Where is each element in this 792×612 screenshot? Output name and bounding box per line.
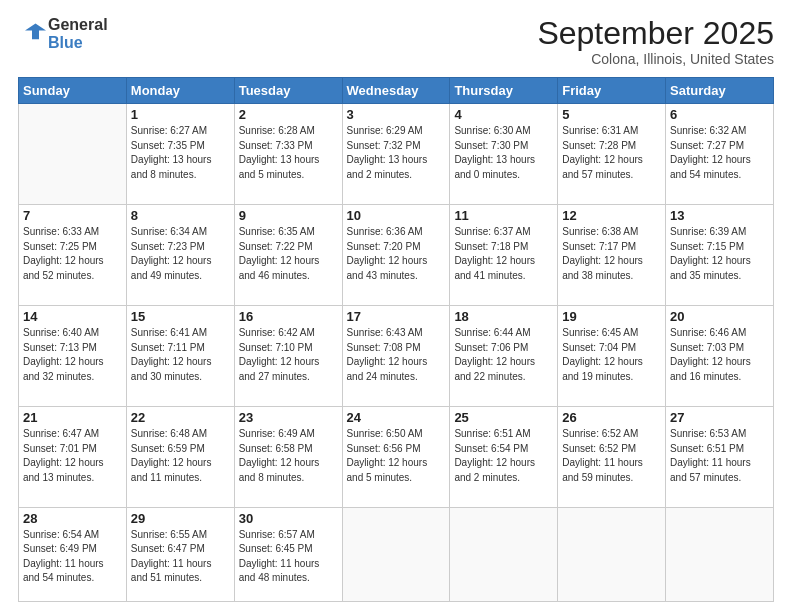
week-row-4: 21Sunrise: 6:47 AM Sunset: 7:01 PM Dayli…: [19, 407, 774, 508]
day-info: Sunrise: 6:51 AM Sunset: 6:54 PM Dayligh…: [454, 427, 553, 485]
logo-general: General: [48, 16, 108, 34]
calendar-cell: [450, 507, 558, 601]
day-number: 16: [239, 309, 338, 324]
calendar-cell: 1Sunrise: 6:27 AM Sunset: 7:35 PM Daylig…: [126, 104, 234, 205]
day-info: Sunrise: 6:52 AM Sunset: 6:52 PM Dayligh…: [562, 427, 661, 485]
weekday-header-monday: Monday: [126, 78, 234, 104]
calendar-cell: 5Sunrise: 6:31 AM Sunset: 7:28 PM Daylig…: [558, 104, 666, 205]
day-number: 19: [562, 309, 661, 324]
day-number: 22: [131, 410, 230, 425]
calendar-cell: 22Sunrise: 6:48 AM Sunset: 6:59 PM Dayli…: [126, 407, 234, 508]
weekday-header-saturday: Saturday: [666, 78, 774, 104]
day-number: 14: [23, 309, 122, 324]
calendar-cell: 23Sunrise: 6:49 AM Sunset: 6:58 PM Dayli…: [234, 407, 342, 508]
calendar-cell: 20Sunrise: 6:46 AM Sunset: 7:03 PM Dayli…: [666, 306, 774, 407]
day-number: 9: [239, 208, 338, 223]
calendar: SundayMondayTuesdayWednesdayThursdayFrid…: [18, 77, 774, 602]
calendar-cell: 26Sunrise: 6:52 AM Sunset: 6:52 PM Dayli…: [558, 407, 666, 508]
logo-icon: [18, 20, 46, 48]
calendar-cell: 8Sunrise: 6:34 AM Sunset: 7:23 PM Daylig…: [126, 205, 234, 306]
logo-text: General Blue: [48, 16, 108, 51]
day-info: Sunrise: 6:38 AM Sunset: 7:17 PM Dayligh…: [562, 225, 661, 283]
title-block: September 2025 Colona, Illinois, United …: [537, 16, 774, 67]
weekday-header-tuesday: Tuesday: [234, 78, 342, 104]
month-title: September 2025: [537, 16, 774, 51]
calendar-cell: 19Sunrise: 6:45 AM Sunset: 7:04 PM Dayli…: [558, 306, 666, 407]
day-number: 15: [131, 309, 230, 324]
day-info: Sunrise: 6:39 AM Sunset: 7:15 PM Dayligh…: [670, 225, 769, 283]
calendar-cell: [19, 104, 127, 205]
day-number: 27: [670, 410, 769, 425]
calendar-cell: 29Sunrise: 6:55 AM Sunset: 6:47 PM Dayli…: [126, 507, 234, 601]
calendar-cell: 12Sunrise: 6:38 AM Sunset: 7:17 PM Dayli…: [558, 205, 666, 306]
day-number: 7: [23, 208, 122, 223]
day-number: 5: [562, 107, 661, 122]
day-info: Sunrise: 6:48 AM Sunset: 6:59 PM Dayligh…: [131, 427, 230, 485]
calendar-cell: 11Sunrise: 6:37 AM Sunset: 7:18 PM Dayli…: [450, 205, 558, 306]
calendar-cell: 3Sunrise: 6:29 AM Sunset: 7:32 PM Daylig…: [342, 104, 450, 205]
day-info: Sunrise: 6:32 AM Sunset: 7:27 PM Dayligh…: [670, 124, 769, 182]
weekday-header-row: SundayMondayTuesdayWednesdayThursdayFrid…: [19, 78, 774, 104]
calendar-cell: 14Sunrise: 6:40 AM Sunset: 7:13 PM Dayli…: [19, 306, 127, 407]
calendar-cell: 17Sunrise: 6:43 AM Sunset: 7:08 PM Dayli…: [342, 306, 450, 407]
calendar-cell: 21Sunrise: 6:47 AM Sunset: 7:01 PM Dayli…: [19, 407, 127, 508]
calendar-cell: 2Sunrise: 6:28 AM Sunset: 7:33 PM Daylig…: [234, 104, 342, 205]
day-info: Sunrise: 6:42 AM Sunset: 7:10 PM Dayligh…: [239, 326, 338, 384]
calendar-cell: [342, 507, 450, 601]
logo: General Blue: [18, 16, 108, 51]
day-number: 18: [454, 309, 553, 324]
day-number: 23: [239, 410, 338, 425]
day-info: Sunrise: 6:49 AM Sunset: 6:58 PM Dayligh…: [239, 427, 338, 485]
day-number: 4: [454, 107, 553, 122]
weekday-header-friday: Friday: [558, 78, 666, 104]
day-number: 8: [131, 208, 230, 223]
day-number: 10: [347, 208, 446, 223]
calendar-cell: 10Sunrise: 6:36 AM Sunset: 7:20 PM Dayli…: [342, 205, 450, 306]
day-info: Sunrise: 6:31 AM Sunset: 7:28 PM Dayligh…: [562, 124, 661, 182]
calendar-cell: 28Sunrise: 6:54 AM Sunset: 6:49 PM Dayli…: [19, 507, 127, 601]
day-info: Sunrise: 6:33 AM Sunset: 7:25 PM Dayligh…: [23, 225, 122, 283]
day-info: Sunrise: 6:28 AM Sunset: 7:33 PM Dayligh…: [239, 124, 338, 182]
calendar-cell: 18Sunrise: 6:44 AM Sunset: 7:06 PM Dayli…: [450, 306, 558, 407]
logo-blue: Blue: [48, 34, 108, 52]
day-info: Sunrise: 6:43 AM Sunset: 7:08 PM Dayligh…: [347, 326, 446, 384]
header: General Blue September 2025 Colona, Illi…: [18, 16, 774, 67]
day-info: Sunrise: 6:34 AM Sunset: 7:23 PM Dayligh…: [131, 225, 230, 283]
day-info: Sunrise: 6:55 AM Sunset: 6:47 PM Dayligh…: [131, 528, 230, 586]
day-number: 17: [347, 309, 446, 324]
calendar-cell: [558, 507, 666, 601]
week-row-3: 14Sunrise: 6:40 AM Sunset: 7:13 PM Dayli…: [19, 306, 774, 407]
calendar-cell: 30Sunrise: 6:57 AM Sunset: 6:45 PM Dayli…: [234, 507, 342, 601]
week-row-5: 28Sunrise: 6:54 AM Sunset: 6:49 PM Dayli…: [19, 507, 774, 601]
day-number: 1: [131, 107, 230, 122]
day-number: 3: [347, 107, 446, 122]
calendar-cell: 4Sunrise: 6:30 AM Sunset: 7:30 PM Daylig…: [450, 104, 558, 205]
day-number: 28: [23, 511, 122, 526]
day-info: Sunrise: 6:44 AM Sunset: 7:06 PM Dayligh…: [454, 326, 553, 384]
week-row-2: 7Sunrise: 6:33 AM Sunset: 7:25 PM Daylig…: [19, 205, 774, 306]
day-number: 12: [562, 208, 661, 223]
page: General Blue September 2025 Colona, Illi…: [0, 0, 792, 612]
day-number: 26: [562, 410, 661, 425]
weekday-header-sunday: Sunday: [19, 78, 127, 104]
day-info: Sunrise: 6:40 AM Sunset: 7:13 PM Dayligh…: [23, 326, 122, 384]
day-info: Sunrise: 6:35 AM Sunset: 7:22 PM Dayligh…: [239, 225, 338, 283]
day-number: 20: [670, 309, 769, 324]
day-number: 21: [23, 410, 122, 425]
day-info: Sunrise: 6:54 AM Sunset: 6:49 PM Dayligh…: [23, 528, 122, 586]
svg-marker-0: [25, 23, 46, 39]
day-number: 6: [670, 107, 769, 122]
week-row-1: 1Sunrise: 6:27 AM Sunset: 7:35 PM Daylig…: [19, 104, 774, 205]
day-info: Sunrise: 6:57 AM Sunset: 6:45 PM Dayligh…: [239, 528, 338, 586]
day-info: Sunrise: 6:53 AM Sunset: 6:51 PM Dayligh…: [670, 427, 769, 485]
calendar-cell: 7Sunrise: 6:33 AM Sunset: 7:25 PM Daylig…: [19, 205, 127, 306]
day-info: Sunrise: 6:41 AM Sunset: 7:11 PM Dayligh…: [131, 326, 230, 384]
day-info: Sunrise: 6:37 AM Sunset: 7:18 PM Dayligh…: [454, 225, 553, 283]
day-number: 2: [239, 107, 338, 122]
day-info: Sunrise: 6:30 AM Sunset: 7:30 PM Dayligh…: [454, 124, 553, 182]
calendar-cell: 13Sunrise: 6:39 AM Sunset: 7:15 PM Dayli…: [666, 205, 774, 306]
day-number: 24: [347, 410, 446, 425]
day-info: Sunrise: 6:45 AM Sunset: 7:04 PM Dayligh…: [562, 326, 661, 384]
calendar-cell: 6Sunrise: 6:32 AM Sunset: 7:27 PM Daylig…: [666, 104, 774, 205]
day-info: Sunrise: 6:36 AM Sunset: 7:20 PM Dayligh…: [347, 225, 446, 283]
